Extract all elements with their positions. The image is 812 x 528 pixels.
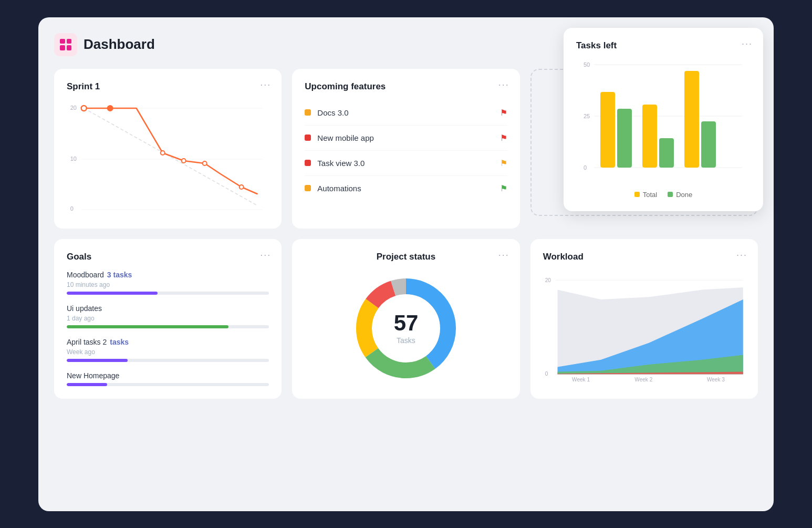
project-status-card: Project status ··· <box>292 239 519 399</box>
workload-y-0: 0 <box>545 370 548 376</box>
sprint-dot-6 <box>240 185 244 189</box>
logo-cell-2 <box>67 39 72 44</box>
goal-item-april: April tasks 2 tasks Week ago <box>67 338 269 362</box>
goal-tasks-moodboard[interactable]: 3 tasks <box>107 271 132 279</box>
feature-item-app: New mobile app ⚑ <box>305 126 507 151</box>
feature-flag-docs: ⚑ <box>500 108 507 118</box>
logo-cell-4 <box>67 45 72 50</box>
feature-name-docs: Docs 3.0 <box>317 108 348 117</box>
goals-title: Goals <box>67 252 269 262</box>
feature-left-taskview: Task view 3.0 <box>305 159 365 168</box>
goals-card: Goals ··· Moodboard 3 tasks 10 minutes a… <box>54 239 282 399</box>
project-title: Project status <box>377 252 435 262</box>
goal-name-april: April tasks 2 <box>67 338 107 346</box>
goal-time-ui: 1 day ago <box>67 315 269 322</box>
sprint-menu[interactable]: ··· <box>260 79 271 90</box>
features-menu[interactable]: ··· <box>498 79 509 90</box>
donut-chart: 57 Tasks <box>348 271 464 386</box>
feature-item-docs: Docs 3.0 ⚑ <box>305 100 507 126</box>
logo-cell-1 <box>60 39 65 44</box>
features-title: Upcoming features <box>305 81 507 92</box>
feature-dot-taskview <box>305 160 311 166</box>
features-card: Upcoming features ··· Docs 3.0 ⚑ New mob… <box>292 69 519 229</box>
tasks-chart: 50 25 0 <box>576 59 751 185</box>
progress-bg-april <box>67 359 269 362</box>
progress-fill-april <box>67 359 128 362</box>
sprint-y-0: 0 <box>70 205 74 212</box>
feature-dot-docs <box>305 109 311 116</box>
progress-fill-moodboard <box>67 292 158 295</box>
project-menu[interactable]: ··· <box>498 250 509 261</box>
legend-total-dot <box>634 192 640 197</box>
sprint-y-10: 10 <box>70 156 77 162</box>
goal-item-homepage: New Homepage <box>67 371 269 386</box>
y-label-50: 50 <box>584 61 590 68</box>
legend-done-label: Done <box>676 191 692 199</box>
sprint-dot-4 <box>182 159 186 163</box>
goal-tasks-april[interactable]: tasks <box>110 338 129 346</box>
workload-x-2: Week 2 <box>634 376 652 382</box>
goal-time-moodboard: 10 minutes ago <box>67 281 269 288</box>
workload-x-1: Week 1 <box>572 376 590 382</box>
feature-dot-auto <box>305 185 311 191</box>
progress-bg-homepage <box>67 383 269 386</box>
dashboard-container: Tasks left ··· 50 25 0 <box>38 17 774 511</box>
feature-dot-app <box>305 134 311 141</box>
y-label-0: 0 <box>584 164 587 171</box>
tasks-left-card: Tasks left ··· 50 25 0 <box>564 28 763 211</box>
sprint-y-20: 20 <box>70 105 77 111</box>
feature-name-auto: Automations <box>317 184 361 193</box>
workload-y-20: 20 <box>545 277 551 283</box>
bar-total-3 <box>684 71 699 168</box>
legend-total-label: Total <box>643 191 657 199</box>
goal-time-april: Week ago <box>67 348 269 356</box>
goal-name-ui: Ui updates <box>67 304 102 313</box>
feature-flag-auto: ⚑ <box>500 183 507 193</box>
sprint-title: Sprint 1 <box>67 81 269 92</box>
feature-name-taskview: Task view 3.0 <box>317 159 365 168</box>
bar-done-3 <box>701 121 716 168</box>
workload-menu[interactable]: ··· <box>736 250 747 261</box>
legend-total: Total <box>634 191 657 199</box>
legend-done-dot <box>668 192 673 197</box>
progress-bg-ui <box>67 325 269 328</box>
y-label-25: 25 <box>584 113 590 119</box>
svg-line-6 <box>84 108 257 205</box>
workload-x-3: Week 3 <box>707 376 725 382</box>
sprint-dot-2 <box>108 106 113 111</box>
bar-done-2 <box>659 138 674 168</box>
goals-menu[interactable]: ··· <box>260 250 271 261</box>
feature-flag-taskview: ⚑ <box>500 158 507 168</box>
logo <box>54 33 77 56</box>
logo-cell-3 <box>60 45 65 50</box>
donut-center: 57 Tasks <box>394 312 419 345</box>
goal-header-ui: Ui updates <box>67 304 269 313</box>
workload-title: Workload <box>543 252 745 262</box>
sprint-chart: 20 10 0 <box>67 100 269 216</box>
feature-flag-app: ⚑ <box>500 133 507 143</box>
feature-name-app: New mobile app <box>317 133 374 142</box>
donut-number: 57 <box>394 312 419 334</box>
feature-left-auto: Automations <box>305 184 361 193</box>
feature-left-docs: Docs 3.0 <box>305 108 348 117</box>
workload-card: Workload ··· 20 0 <box>530 239 758 399</box>
bar-done-1 <box>617 109 632 168</box>
progress-fill-homepage <box>67 383 107 386</box>
sprint-dot-3 <box>161 151 165 155</box>
feature-item-auto: Automations ⚑ <box>305 176 507 201</box>
chart-legend: Total Done <box>576 191 751 199</box>
feature-item-taskview: Task view 3.0 ⚑ <box>305 151 507 176</box>
goal-name-moodboard: Moodboard <box>67 271 104 279</box>
tasks-card-title: Tasks left <box>576 40 751 51</box>
sprint-dot-5 <box>203 161 207 165</box>
goal-item-moodboard: Moodboard 3 tasks 10 minutes ago <box>67 271 269 295</box>
goal-header-april: April tasks 2 tasks <box>67 338 269 346</box>
donut-label: Tasks <box>394 336 419 345</box>
sprint-card: Sprint 1 ··· 20 10 0 <box>54 69 282 229</box>
goal-name-homepage: New Homepage <box>67 371 119 380</box>
bar-total-1 <box>600 92 615 168</box>
goal-item-ui: Ui updates 1 day ago <box>67 304 269 328</box>
tasks-card-menu[interactable]: ··· <box>742 38 753 49</box>
feature-left-app: New mobile app <box>305 133 374 142</box>
sprint-dot-1 <box>81 106 87 111</box>
